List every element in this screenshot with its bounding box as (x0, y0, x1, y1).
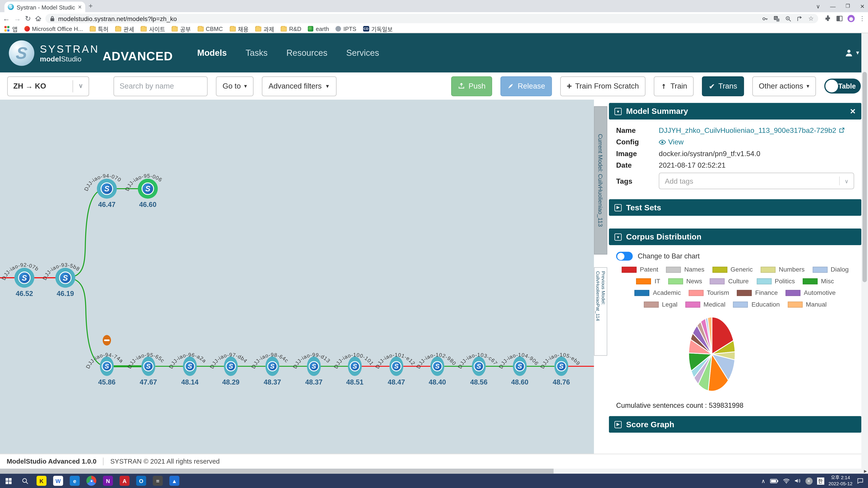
bookmark-item[interactable]: earth (308, 26, 329, 32)
bookmark-item[interactable]: R&D (281, 26, 301, 32)
language-pair-select[interactable]: ZH → KO ∨ (7, 76, 89, 96)
train-button[interactable]: Train (654, 76, 694, 96)
notification-center-icon[interactable] (857, 477, 864, 484)
disconnected-status-icon[interactable]: ✕ (805, 477, 812, 484)
nav-item-services[interactable]: Services (346, 48, 379, 58)
folder-icon (141, 26, 147, 31)
scrollbar-thumb[interactable] (0, 468, 554, 474)
tags-input[interactable]: Add tags ∨ (659, 173, 854, 189)
wifi-icon[interactable] (782, 478, 790, 484)
forward-button[interactable]: → (14, 15, 21, 22)
model-summary-header[interactable]: ▼ Model Summary ✕ (609, 103, 862, 120)
node-logo-s: S (146, 362, 151, 370)
extensions-puzzle-icon[interactable] (825, 15, 832, 22)
trans-button[interactable]: ✔Trans (702, 76, 744, 96)
systran-logo-icon[interactable]: S (9, 40, 34, 66)
new-tab-button[interactable]: + (89, 2, 93, 10)
bookmark-item[interactable]: CBMC (197, 26, 223, 32)
legend-item: Dialog (812, 266, 849, 273)
legend-label: Patent (640, 266, 658, 273)
bar-chart-toggle[interactable] (616, 252, 633, 260)
bookmark-item[interactable]: 사이트 (141, 25, 165, 33)
bookmark-item[interactable]: 관세 (115, 25, 134, 33)
profile-avatar[interactable] (847, 15, 855, 22)
battery-icon[interactable] (770, 478, 778, 483)
table-view-toggle[interactable]: Table (825, 78, 861, 94)
bookmark-item[interactable]: 앱 (4, 25, 18, 33)
edge-taskbar-icon[interactable]: e (66, 474, 83, 488)
previous-model-tab[interactable]: Previous Model: CuilvHuolieniaoPat_114 (594, 267, 608, 356)
legend-item: Tourism (688, 289, 729, 296)
filters-caret-icon: ▼ (325, 84, 330, 89)
folder-icon (172, 26, 178, 31)
translate-icon[interactable]: G (774, 15, 780, 22)
nav-item-models[interactable]: Models (197, 48, 227, 58)
browser-menu-kebab-icon[interactable]: ⋮ (859, 15, 865, 22)
horizontal-scrollbar[interactable]: ▶ (0, 468, 868, 474)
vertical-scrollbar[interactable] (862, 33, 868, 468)
advanced-filters-button[interactable]: Advanced filters▼ (262, 76, 337, 96)
select-chevron-icon: ∨ (72, 80, 89, 92)
window-minimize-button[interactable]: — (830, 3, 835, 9)
scrollbar-thumb[interactable] (863, 72, 867, 282)
bookmark-item[interactable]: 특허 (90, 25, 108, 33)
tray-chevron-icon[interactable]: ∧ (761, 478, 765, 484)
whale-taskbar-icon[interactable]: W (50, 474, 66, 488)
tab-close-icon[interactable]: ✕ (78, 4, 82, 9)
corpus-distribution-header[interactable]: ▼ Corpus Distribution (609, 228, 862, 245)
user-menu[interactable]: ▾ (844, 48, 859, 58)
action-bar: ZH → KO ∨ Search by name Go to▾ Advanced… (0, 72, 868, 100)
outlook-taskbar-icon[interactable]: O (133, 474, 149, 488)
bookmark-item[interactable]: 공부 (172, 25, 191, 33)
share-icon[interactable] (797, 15, 803, 22)
taskbar-clock[interactable]: 오후 2:14 2022-05-12 (829, 475, 852, 487)
current-model-tab[interactable]: Current Model: CuilvHuolieniao_113 (594, 106, 608, 254)
legend-label: Culture (728, 278, 749, 284)
release-button[interactable]: Release (500, 76, 552, 96)
taskbar-search-button[interactable] (17, 474, 33, 488)
home-button[interactable] (35, 15, 41, 22)
address-bar[interactable]: modelstudio.systran.net/models?lp=zh_ko … (45, 14, 818, 23)
language-pair-value: ZH → KO (13, 82, 46, 90)
browser-tab[interactable]: S Systran - Model Studio Advanc ✕ (4, 2, 86, 12)
acrobat-taskbar-icon[interactable]: A (116, 474, 133, 488)
search-input[interactable]: Search by name (114, 76, 208, 96)
password-key-icon[interactable] (762, 15, 768, 22)
window-restore-button[interactable]: ❐ (846, 3, 850, 9)
bookmark-item[interactable]: 과제 (255, 25, 274, 33)
panel-close-icon[interactable]: ✕ (850, 107, 856, 116)
nav-item-resources[interactable]: Resources (286, 48, 327, 58)
back-button[interactable]: ← (3, 15, 10, 22)
bookmark-item[interactable]: 채용 (229, 25, 248, 33)
chrome-taskbar-icon[interactable] (83, 474, 99, 488)
push-button[interactable]: Push (452, 76, 492, 96)
calculator-taskbar-icon[interactable]: = (149, 474, 166, 488)
sidebar-icon[interactable] (836, 15, 843, 22)
start-button[interactable] (0, 474, 17, 488)
bookmark-item[interactable]: Microsoft Office H... (24, 26, 83, 32)
score-graph-header[interactable]: ▶ Score Graph (609, 416, 862, 433)
window-close-button[interactable]: ✕ (860, 3, 865, 9)
disabled-model-node[interactable] (103, 335, 111, 346)
other-actions-button[interactable]: Other actions▾ (752, 76, 816, 96)
node-logo-s: S (228, 362, 233, 370)
zoom-icon[interactable] (785, 15, 792, 22)
train-from-scratch-button[interactable]: +Train From Scratch (560, 76, 646, 96)
bookmark-item[interactable]: IPTS (336, 26, 356, 32)
ime-korean-indicator[interactable]: 한 (817, 477, 824, 484)
test-sets-header[interactable]: ▶ Test Sets (609, 199, 862, 216)
window-chevron-icon[interactable]: ∨ (816, 3, 820, 9)
bookmark-item[interactable]: CD기독일보 (363, 25, 393, 33)
nav-item-tasks[interactable]: Tasks (246, 48, 268, 58)
legend-label: Finance (755, 289, 778, 296)
scroll-right-arrow-icon[interactable]: ▶ (864, 468, 867, 474)
goto-button[interactable]: Go to▾ (216, 76, 254, 96)
bookmark-star-icon[interactable]: ☆ (808, 15, 814, 22)
kakaotalk-taskbar-icon[interactable]: K (33, 474, 50, 488)
onenote-taskbar-icon[interactable]: N (100, 474, 116, 488)
volume-icon[interactable] (794, 478, 801, 484)
config-view-link[interactable]: View (659, 138, 684, 146)
model-name-link[interactable]: DJJYH_zhko_CuilvHuolieniao_113_900e317ba… (659, 126, 844, 134)
reload-button[interactable]: ↻ (25, 15, 31, 22)
photos-taskbar-icon[interactable]: ▲ (166, 474, 183, 488)
